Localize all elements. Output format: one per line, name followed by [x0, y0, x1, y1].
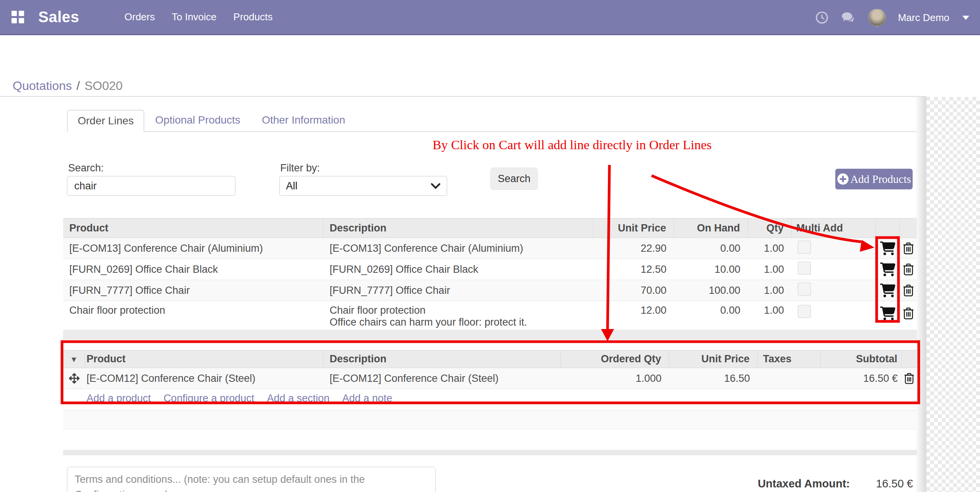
add-products-button[interactable]: Add Products	[835, 169, 913, 189]
notebook-tabs: Order Lines Optional Products Other Info…	[67, 110, 917, 132]
app-title[interactable]: Sales	[38, 8, 79, 26]
cart-icon[interactable]	[880, 306, 895, 320]
description-cell: [E-COM12] Conference Chair (Steel)	[323, 373, 561, 384]
user-avatar[interactable]	[868, 9, 886, 26]
multi-add-checkbox[interactable]	[798, 283, 811, 296]
header-trash-spacer	[900, 218, 917, 238]
table-row: [FURN_0269] Office Chair Black [FURN_026…	[63, 259, 917, 280]
product-cell: [E-COM12] Conference Chair (Steel)	[85, 373, 323, 384]
user-name[interactable]: Marc Demo	[898, 12, 949, 24]
description-cell: [FURN_0269] Office Chair Black	[323, 264, 593, 275]
description-line1: Chair floor protection	[330, 305, 593, 316]
cart-icon[interactable]	[880, 262, 895, 276]
unit-price-cell: 22.90	[593, 243, 674, 254]
product-cell: Chair floor protection	[63, 301, 323, 316]
top-navbar: Sales Orders To Invoice Products Marc De…	[0, 0, 980, 35]
add-a-note-link[interactable]: Add a note	[342, 393, 392, 404]
breadcrumb-current: SO020	[85, 79, 123, 93]
breadcrumb: Quotations/SO020	[13, 79, 122, 93]
sales-app-window: Sales Orders To Invoice Products Marc De…	[0, 0, 980, 492]
tab-order-lines[interactable]: Order Lines	[67, 110, 144, 132]
header-ordered-qty: Ordered Qty	[561, 350, 669, 368]
cart-icon[interactable]	[880, 283, 895, 297]
order-lines-header: ▾ Product Description Ordered Qty Unit P…	[63, 350, 917, 368]
caret-down-icon: ▾	[72, 354, 76, 365]
header-trash-spacer	[902, 350, 917, 368]
nav-menu: Orders To Invoice Products	[124, 11, 273, 23]
header-product: Product	[85, 350, 323, 368]
trash-icon[interactable]	[903, 306, 914, 320]
tab-optional-products[interactable]: Optional Products	[144, 109, 251, 131]
description-cell: Chair floor protection Office chairs can…	[323, 301, 593, 328]
apps-menu-icon[interactable]	[11, 11, 24, 24]
plus-circle-icon	[837, 173, 849, 185]
trash-icon[interactable]	[903, 241, 914, 255]
unit-price-cell: 70.00	[593, 285, 674, 297]
tab-other-information[interactable]: Other Information	[251, 109, 356, 131]
multi-add-checkbox[interactable]	[798, 241, 811, 254]
search-label: Search:	[68, 162, 104, 174]
product-cell: [FURN_7777] Office Chair	[63, 285, 323, 297]
product-cell: [E-COM13] Conference Chair (Aluminium)	[63, 243, 323, 254]
control-panel: Quotations/SO020 Save Discard 1 / 1	[0, 35, 980, 97]
table-row: [E-COM13] Conference Chair (Aluminium) […	[63, 238, 917, 259]
on-hand-cell: 0.00	[674, 301, 748, 316]
trash-icon[interactable]	[904, 372, 915, 385]
nav-item-products[interactable]: Products	[234, 11, 273, 23]
qty-cell: 1.00	[748, 301, 792, 316]
cart-icon[interactable]	[880, 241, 895, 255]
search-button[interactable]: Search	[490, 168, 538, 190]
product-cell: [FURN_0269] Office Chair Black	[63, 264, 323, 275]
description-cell: [E-COM13] Conference Chair (Aluminium)	[323, 243, 593, 254]
table-row: Chair floor protection Chair floor prote…	[63, 301, 917, 330]
trash-icon[interactable]	[903, 283, 914, 297]
order-lines-table: ▾ Product Description Ordered Qty Unit P…	[63, 350, 917, 389]
header-multi-add: Multi Add	[792, 218, 876, 238]
product-table-header: Product Description Unit Price On Hand Q…	[63, 218, 917, 238]
header-unit-price: Unit Price	[593, 218, 674, 238]
multi-add-checkbox[interactable]	[798, 305, 811, 318]
description-line2: Office chairs can harm your floor: prote…	[330, 316, 593, 328]
table-row: [FURN_7777] Office Chair [FURN_7777] Off…	[63, 280, 917, 301]
transparent-background-area	[926, 97, 980, 492]
order-line-row: [E-COM12] Conference Chair (Steel) [E-CO…	[63, 368, 917, 389]
header-on-hand: On Hand	[674, 218, 748, 238]
activities-clock-icon[interactable]	[815, 11, 828, 24]
on-hand-cell: 0.00	[674, 243, 748, 254]
untaxed-amount-value: 16.50 €	[856, 477, 913, 490]
breadcrumb-quotations-link[interactable]: Quotations	[13, 79, 72, 93]
nav-item-to-invoice[interactable]: To Invoice	[172, 11, 217, 23]
header-description: Description	[323, 218, 593, 238]
qty-cell: 1.00	[748, 264, 792, 275]
add-a-section-link[interactable]: Add a section	[267, 393, 330, 404]
header-qty: Qty	[748, 218, 792, 238]
unit-price-cell: 16.50	[669, 373, 758, 384]
header-subtotal: Subtotal	[821, 350, 902, 368]
terms-and-conditions-textarea[interactable]	[67, 467, 436, 492]
product-table-footer	[63, 330, 917, 339]
nav-item-orders[interactable]: Orders	[124, 11, 155, 23]
filter-select[interactable]: All	[279, 176, 447, 196]
unit-price-cell: 12.00	[593, 301, 674, 316]
unit-price-cell: 12.50	[593, 264, 674, 275]
add-a-product-link[interactable]: Add a product	[87, 393, 151, 404]
configure-a-product-link[interactable]: Configure a product	[163, 393, 254, 404]
product-search-table: Product Description Unit Price On Hand Q…	[63, 218, 917, 339]
user-menu-caret-icon[interactable]	[962, 16, 969, 20]
section-divider-band	[63, 450, 917, 455]
header-product: Product	[63, 218, 323, 238]
header-description: Description	[323, 350, 561, 368]
header-cart-spacer	[876, 218, 900, 238]
breadcrumb-separator: /	[77, 79, 80, 93]
nav-right-group: Marc Demo	[815, 0, 969, 35]
header-unit-price: Unit Price	[669, 350, 758, 368]
messages-chat-icon[interactable]	[841, 11, 856, 24]
filter-by-label: Filter by:	[280, 162, 320, 174]
subtotal-cell: 16.50 €	[821, 373, 902, 384]
search-input[interactable]	[67, 176, 235, 196]
trash-icon[interactable]	[903, 262, 914, 276]
multi-add-checkbox[interactable]	[798, 262, 811, 275]
drag-handle-icon[interactable]	[69, 373, 80, 384]
untaxed-amount-label: Untaxed Amount:	[720, 477, 850, 490]
qty-cell: 1.00	[748, 285, 792, 297]
